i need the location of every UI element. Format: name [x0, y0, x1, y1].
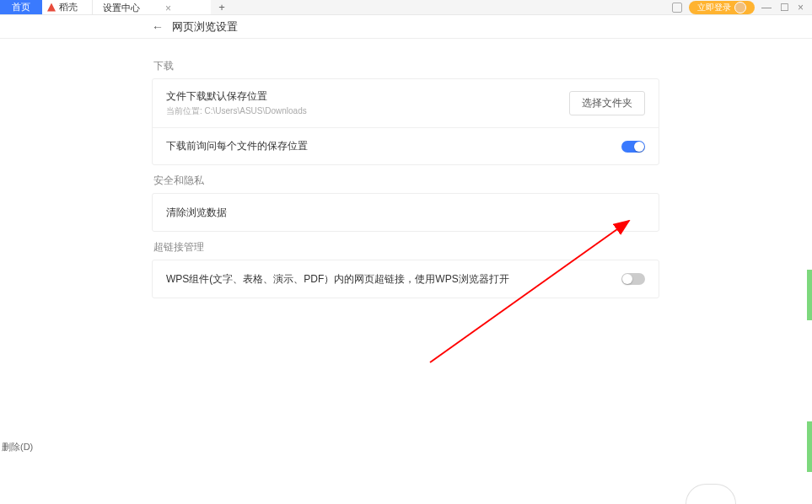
page-header: ← 网页浏览设置 — [0, 15, 812, 39]
tab-home[interactable]: 首页 — [0, 0, 42, 14]
content-area: 下载 文件下载默认保存位置 当前位置: C:\Users\ASUS\Downlo… — [0, 39, 659, 298]
section-download-label: 下载 — [153, 59, 659, 73]
clear-data-row[interactable]: 清除浏览数据 — [153, 194, 659, 231]
tab-settings-label: 设置中心 — [103, 2, 140, 14]
window-controls: — ☐ × — [761, 2, 804, 13]
hyperlink-panel: WPS组件(文字、表格、演示、PDF）内的网页超链接，使用WPS浏览器打开 — [152, 260, 659, 298]
titlebar: 首页 稻壳 设置中心 × + 立即登录 — ☐ × — [0, 0, 812, 15]
ask-each-time-row: 下载前询问每个文件的保存位置 — [153, 127, 659, 164]
wps-open-row: WPS组件(文字、表格、演示、PDF）内的网页超链接，使用WPS浏览器打开 — [153, 260, 659, 298]
library-icon[interactable] — [672, 3, 682, 13]
section-hyperlink-label: 超链接管理 — [153, 240, 659, 255]
tab-settings[interactable]: 设置中心 × — [93, 0, 211, 14]
wps-open-toggle[interactable] — [621, 273, 645, 285]
ask-each-time-label: 下载前询问每个文件的保存位置 — [166, 139, 308, 153]
new-tab-button[interactable]: + — [211, 1, 233, 13]
toggle-knob — [622, 274, 632, 284]
tab-docs-label: 稻壳 — [59, 1, 78, 13]
back-button[interactable]: ← — [152, 20, 164, 34]
bottom-notch — [686, 484, 736, 504]
default-path-textblock: 文件下载默认保存位置 当前位置: C:\Users\ASUS\Downloads — [166, 89, 307, 117]
clear-data-label: 清除浏览数据 — [166, 206, 227, 220]
minimize-button[interactable]: — — [761, 2, 772, 13]
avatar-icon — [734, 2, 746, 13]
maximize-button[interactable]: ☐ — [780, 2, 789, 13]
close-button[interactable]: × — [798, 2, 804, 13]
delete-label[interactable]: 删除(D) — [2, 441, 33, 453]
tab-strip: 首页 稻壳 设置中心 × + — [0, 0, 672, 14]
right-edge-indicator-lower — [807, 421, 812, 472]
section-privacy-label: 安全和隐私 — [153, 174, 659, 188]
login-button[interactable]: 立即登录 — [689, 1, 755, 14]
default-path-title: 文件下载默认保存位置 — [166, 89, 307, 104]
choose-folder-button[interactable]: 选择文件夹 — [569, 91, 645, 115]
ask-each-time-toggle[interactable] — [621, 141, 645, 153]
page-title: 网页浏览设置 — [172, 19, 238, 35]
default-path-sub: 当前位置: C:\Users\ASUS\Downloads — [166, 105, 307, 117]
tab-home-label: 首页 — [12, 1, 30, 13]
right-edge-indicator-upper — [807, 270, 812, 320]
toggle-knob — [634, 142, 644, 152]
tab-docs[interactable]: 稻壳 — [42, 0, 93, 14]
docs-icon — [47, 3, 56, 12]
download-panel: 文件下载默认保存位置 当前位置: C:\Users\ASUS\Downloads… — [152, 78, 659, 165]
tab-close-icon[interactable]: × — [165, 3, 171, 14]
titlebar-right: 立即登录 — ☐ × — [672, 1, 812, 14]
default-path-row: 文件下载默认保存位置 当前位置: C:\Users\ASUS\Downloads… — [153, 79, 659, 127]
login-label: 立即登录 — [697, 2, 731, 13]
wps-open-label: WPS组件(文字、表格、演示、PDF）内的网页超链接，使用WPS浏览器打开 — [166, 272, 509, 287]
privacy-panel[interactable]: 清除浏览数据 — [152, 193, 659, 232]
